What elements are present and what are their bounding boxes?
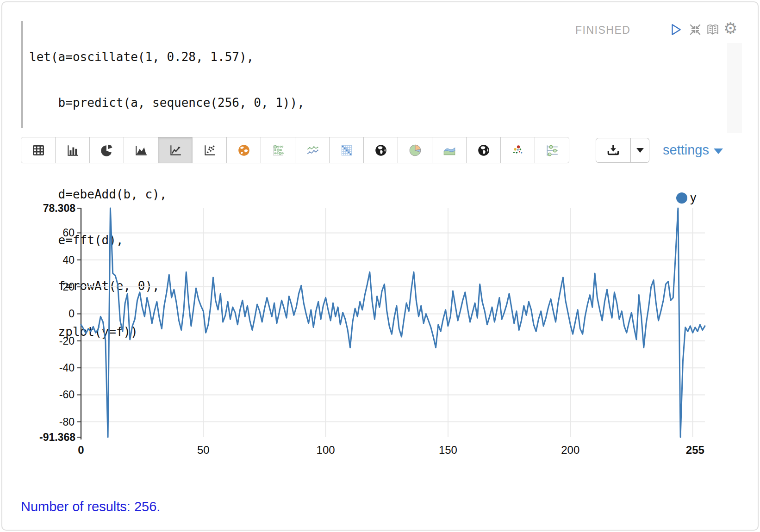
y-tick-label: -40 [59, 362, 75, 374]
download-button[interactable] [596, 138, 631, 163]
settings-caret-icon [714, 148, 723, 154]
line-chart-icon [168, 143, 182, 157]
chart-type-pie-button[interactable] [89, 137, 124, 163]
y-tick-label: 20 [62, 281, 75, 293]
multi-line-chart-icon [305, 143, 319, 157]
x-tick-label: 0 [78, 444, 84, 456]
settings-toggle[interactable]: settings [663, 142, 723, 158]
chart-type-toolbar [21, 137, 569, 163]
globe-2-icon [477, 143, 491, 157]
y-tick-label: 60 [62, 227, 75, 239]
x-tick-label: 150 [439, 444, 457, 456]
editor-gutter-bar [21, 21, 23, 128]
map-orange-globe-icon [237, 143, 251, 157]
y-tick-label: -60 [59, 389, 75, 401]
chart-type-globe-button[interactable] [363, 137, 398, 163]
chart-type-bar-button[interactable] [55, 137, 90, 163]
status-badge: FINISHED [575, 24, 630, 37]
chart-type-cluster-button[interactable] [500, 137, 535, 163]
y-tick-label: 0 [69, 308, 75, 320]
caret-down-icon [636, 148, 644, 153]
parallel-coordinates-icon [545, 143, 559, 157]
editor-scrollbar[interactable] [727, 43, 742, 133]
code-line[interactable]: b=predict(a, sequence(256, 0, 1)), [29, 95, 392, 111]
chart-type-table-button[interactable] [21, 137, 56, 163]
chart-type-scatter-matrix-button[interactable] [261, 137, 295, 163]
y-max-label: 78.308 [43, 202, 76, 214]
chart-type-stream-button[interactable] [432, 137, 467, 163]
chart-type-map-button[interactable] [226, 137, 261, 163]
x-tick-label: 200 [561, 444, 579, 456]
x-tick-label: 100 [317, 444, 335, 456]
chart-type-parallel-coords-button[interactable] [535, 137, 569, 163]
cluster-dots-icon [511, 143, 525, 157]
chart-type-pie-colored-button[interactable] [398, 137, 432, 163]
code-line[interactable]: let(a=oscillate(1, 0.28, 1.57), [29, 49, 392, 65]
y-tick-label: -20 [59, 335, 75, 347]
run-icon[interactable] [669, 23, 683, 37]
chart-type-area-button[interactable] [124, 137, 158, 163]
gear-icon[interactable]: ⚙ [723, 19, 737, 37]
bar-chart-icon [66, 143, 80, 157]
table-icon [31, 143, 45, 157]
results-count-text: Number of results: 256. [21, 499, 160, 514]
scatter-matrix-icon [271, 143, 285, 157]
download-group [596, 138, 649, 163]
chart-type-heatmap-button[interactable] [329, 137, 364, 163]
scatter-chart-icon [203, 143, 217, 157]
chart-type-scatter-button[interactable] [192, 137, 227, 163]
heatmap-icon [340, 143, 354, 157]
y-min-label: -91.368 [39, 431, 75, 443]
series-y-line[interactable] [81, 208, 705, 437]
stream-chart-icon [442, 143, 456, 157]
download-icon [606, 143, 620, 157]
globe-icon [374, 143, 388, 157]
chart-type-globe-2-button[interactable] [466, 137, 501, 163]
x-tick-label: 50 [197, 444, 210, 456]
line-chart-svg[interactable]: 6040200-20-40-60-8078.308-91.36805010015… [2, 178, 760, 465]
paragraph-card: let(a=oscillate(1, 0.28, 1.57), b=predic… [1, 1, 759, 531]
pie-chart-icon [100, 143, 114, 157]
collapse-icon[interactable] [688, 23, 702, 37]
chart-type-multi-line-button[interactable] [295, 137, 330, 163]
x-tick-label: 255 [686, 444, 704, 456]
y-tick-label: 40 [62, 254, 75, 266]
show-editor-book-icon[interactable] [706, 23, 720, 37]
download-caret-button[interactable] [631, 138, 649, 163]
y-tick-label: -80 [59, 416, 75, 428]
chart-type-line-button[interactable] [158, 137, 193, 163]
area-chart-icon [134, 143, 148, 157]
settings-label: settings [663, 142, 709, 158]
pie-colored-icon [408, 143, 422, 157]
